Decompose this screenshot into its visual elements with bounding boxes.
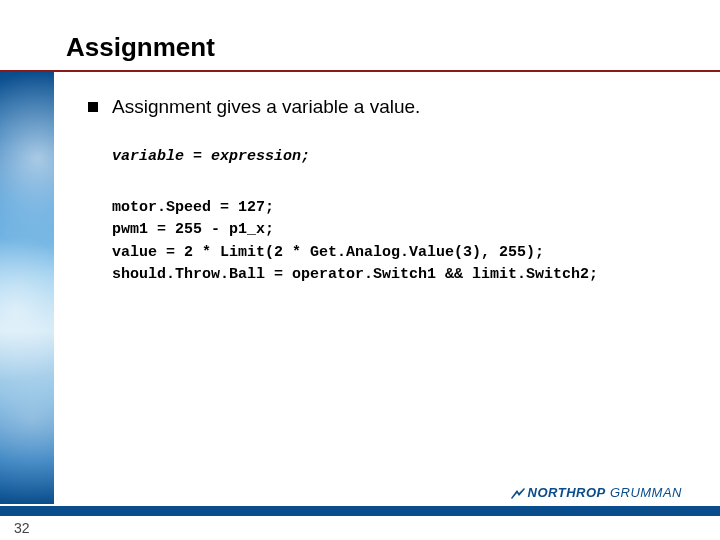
slide-title: Assignment: [66, 32, 215, 63]
slide: Assignment Assignment gives a variable a…: [0, 0, 720, 540]
syntax-line: variable = expression;: [112, 146, 680, 169]
bullet-item: Assignment gives a variable a value.: [88, 96, 680, 118]
logo-text-2: GRUMMAN: [610, 485, 682, 500]
code-example: motor.Speed = 127; pwm1 = 255 - p1_x; va…: [112, 197, 680, 287]
page-number: 32: [14, 520, 30, 536]
logo-text-1: NORTHROP: [528, 485, 606, 500]
content-area: Assignment gives a variable a value. var…: [88, 96, 680, 287]
footer-bar: [0, 506, 720, 516]
left-graphic: [0, 72, 54, 504]
title-underline: [0, 70, 720, 72]
bullet-square-icon: [88, 102, 98, 112]
logo-mark-icon: [510, 488, 526, 500]
bullet-text: Assignment gives a variable a value.: [112, 96, 420, 118]
company-logo: NORTHROP GRUMMAN: [510, 485, 682, 500]
